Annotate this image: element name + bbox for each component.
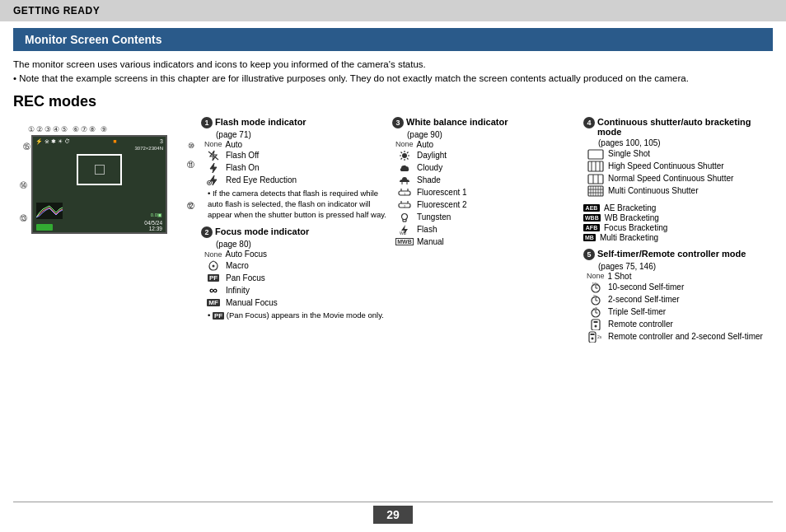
- aeb-row: AEB AE Bracketing: [583, 203, 773, 212]
- remote-icon: [587, 319, 605, 330]
- footer-divider: [13, 502, 773, 502]
- svg-rect-32: [588, 150, 603, 159]
- section-header: Monitor Screen Contents: [13, 28, 773, 51]
- top-bar-label: GETTING READY: [13, 5, 100, 16]
- multi-continuous-icon: [587, 185, 605, 197]
- page-number: 29: [373, 506, 413, 524]
- flash-off-icon: [204, 150, 222, 161]
- svg-point-5: [208, 182, 210, 184]
- flash-on-icon: [204, 162, 222, 174]
- flash-wb-icon: WB: [395, 224, 414, 236]
- daylight-icon: [395, 150, 414, 161]
- num-4: 4: [583, 117, 595, 128]
- intro-text: The monitor screen uses various indicato…: [13, 58, 773, 86]
- flash-note: • If the camera detects that flash is re…: [208, 188, 391, 221]
- wb-indicator-section: 3 White balance indicator (page 90) None…: [392, 117, 582, 248]
- pan-focus-icon: PF: [204, 272, 222, 283]
- fluorescent1-icon: 1: [395, 187, 414, 198]
- svg-point-7: [402, 153, 407, 158]
- label-11: ⑪: [187, 160, 194, 170]
- svg-line-15: [401, 158, 403, 160]
- label-15: ⑮: [23, 142, 30, 152]
- num-2: 2: [201, 226, 213, 238]
- svg-point-62: [595, 324, 597, 327]
- svg-text:10s: 10s: [592, 282, 600, 287]
- label-12: ⑫: [187, 201, 194, 212]
- rec-modes-title: REC modes: [13, 93, 773, 110]
- timer2-icon: 2s: [587, 294, 605, 306]
- num-5: 5: [583, 249, 595, 260]
- normal-speed-icon: [587, 173, 605, 184]
- top-bar: GETTING READY: [0, 0, 786, 21]
- macro-icon: [204, 259, 222, 271]
- focus-note: • PF (Pan Focus) appears in the Movie mo…: [208, 310, 391, 320]
- camera-screen-area: ①②③④⑤ ⑥⑦⑧ ⑨ ⑮ ⑭ ⑬ ⚡ ※ ✱ ☀ ⏱ ■ 3 3072×230…: [13, 125, 194, 349]
- label-13: ⑬: [20, 213, 27, 224]
- mwb-icon: MWB: [395, 236, 414, 248]
- focus-indicator-section: 2 Focus mode indicator (page 80) None Au…: [201, 226, 391, 320]
- manual-focus-icon: MF: [204, 296, 222, 308]
- svg-text:2s: 2s: [597, 334, 602, 339]
- single-shot-icon: [587, 148, 605, 160]
- svg-rect-37: [588, 175, 603, 184]
- column-3: 4 Continuous shutter/auto bracketing mod…: [583, 117, 773, 349]
- svg-marker-2: [210, 163, 217, 173]
- svg-text:x3: x3: [593, 306, 598, 311]
- wbb-row: WBB WB Bracketing: [583, 213, 773, 222]
- shade-icon: [395, 175, 414, 186]
- triple-timer-icon: x3: [587, 306, 605, 318]
- svg-point-65: [592, 337, 594, 339]
- timer10-icon: 10s: [587, 282, 605, 293]
- flash-indicator-section: 1 Flash mode indicator (page 71) None Au…: [201, 117, 391, 221]
- infinity-icon: ∞: [204, 284, 222, 296]
- selftimer-section: 5 Self-timer/Remote controller mode (pag…: [583, 249, 773, 343]
- mb-row: MB Multi Bracketing: [583, 233, 773, 242]
- svg-line-12: [401, 152, 403, 153]
- red-eye-icon: [204, 175, 222, 186]
- svg-text:2s: 2s: [593, 294, 598, 299]
- label-10: ⑩: [188, 142, 194, 150]
- tungsten-icon: [395, 212, 414, 223]
- column-2: 3 White balance indicator (page 90) None…: [392, 117, 582, 349]
- afb-row: AFB Focus Bracketing: [583, 223, 773, 232]
- column-1: 1 Flash mode indicator (page 71) None Au…: [201, 117, 391, 349]
- svg-point-6: [213, 265, 215, 268]
- bracketing-section: AEB AE Bracketing WBB WB Bracketing AFB …: [583, 203, 773, 242]
- camera-screen: ⚡ ※ ✱ ☀ ⏱ ■ 3 3072×2304N: [31, 135, 167, 234]
- label-14: ⑭: [20, 180, 27, 191]
- camera-numbers: ①②③④⑤ ⑥⑦⑧ ⑨: [13, 125, 194, 133]
- svg-line-13: [407, 158, 409, 160]
- remote2-icon: 2s: [587, 331, 605, 343]
- num-1: 1: [201, 117, 213, 128]
- fluorescent2-icon: 2: [395, 199, 414, 211]
- high-speed-icon: [587, 161, 605, 172]
- cloudy-icon: [395, 162, 414, 174]
- svg-text:WB: WB: [400, 231, 407, 236]
- num-3: 3: [392, 117, 404, 128]
- svg-line-14: [407, 152, 409, 153]
- svg-rect-61: [594, 321, 598, 323]
- continuous-indicator-section: 4 Continuous shutter/auto bracketing mod…: [583, 117, 773, 197]
- svg-point-26: [402, 213, 408, 219]
- svg-rect-64: [591, 334, 595, 335]
- page-footer: 29: [0, 502, 786, 524]
